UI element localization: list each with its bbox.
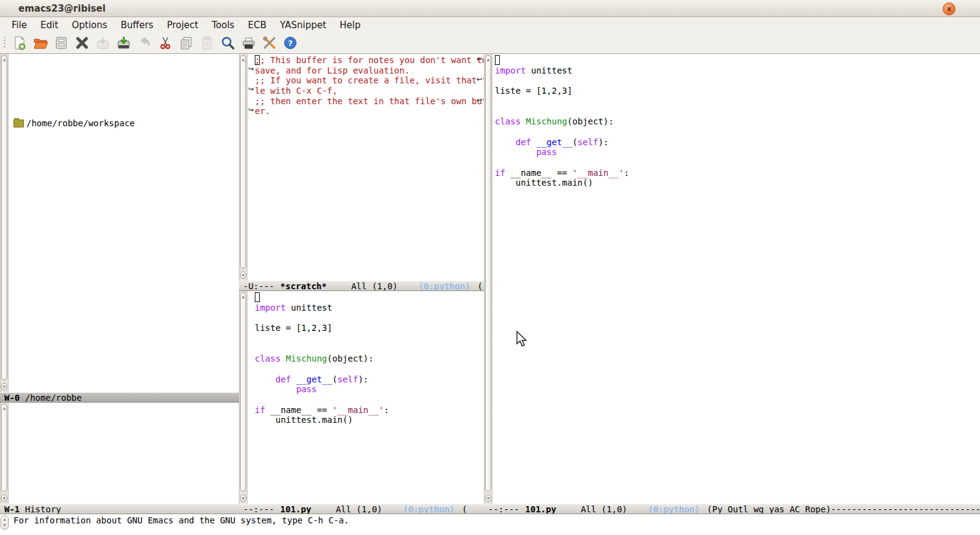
- open-folder-icon: [33, 36, 48, 50]
- scratch-text: ;; This buffer is for notes you don't wa…: [255, 55, 484, 116]
- save-archive-icon: [54, 36, 69, 50]
- undo-button: [134, 34, 155, 52]
- copy-button[interactable]: [176, 34, 197, 52]
- tree-item-label: /home/robbe/workspace: [26, 118, 135, 128]
- toolbar-grip[interactable]: [4, 37, 6, 49]
- toolbar: ?: [0, 32, 980, 54]
- svg-text:?: ?: [288, 39, 293, 48]
- python-code-right: import unittest liste = [1,2,3] class Mi…: [495, 55, 629, 188]
- menu-buffers[interactable]: Buffers: [114, 18, 160, 32]
- wrap-left-icon: ↪: [248, 86, 254, 93]
- folder-icon: [13, 120, 24, 127]
- emacs-window: emacs23@ribisel x File Edit Options Buff…: [0, 0, 980, 535]
- save-button[interactable]: [51, 34, 72, 52]
- w0-modeline[interactable]: W-0 /home/robbe: [0, 392, 239, 403]
- menu-options[interactable]: Options: [65, 18, 114, 32]
- directories-scrollbar[interactable]: ▲▼: [0, 54, 9, 392]
- scratch-window[interactable]: ▲▼ ;; This buffer is for notes you don't…: [239, 54, 484, 281]
- minibuffer-scrollbar[interactable]: ▲▼: [1, 515, 9, 529]
- scratch-scrollbar[interactable]: ▲▼: [239, 54, 247, 281]
- cut-button[interactable]: [155, 34, 176, 52]
- menubar: File Edit Options Buffers Project Tools …: [0, 17, 980, 32]
- preferences-tools-icon: [262, 36, 277, 50]
- save-disabled-button: [92, 34, 113, 52]
- ml-major-mode[interactable]: (0:python): [418, 281, 470, 291]
- wrap-right-icon: ↩: [477, 97, 482, 104]
- w1-prefix: W-1: [4, 504, 20, 514]
- preferences-button[interactable]: [259, 34, 280, 52]
- print-button[interactable]: [238, 34, 259, 52]
- w1-label: History: [25, 504, 61, 514]
- new-file-icon: [12, 36, 27, 50]
- ml-tail: (: [478, 281, 483, 291]
- mouse-pointer: [516, 331, 528, 348]
- echo-area[interactable]: ▲▼ For information about GNU Emacs and t…: [0, 514, 980, 535]
- ml-major-mode[interactable]: (0:python): [403, 504, 454, 514]
- w0-prefix: W-0: [4, 393, 20, 403]
- w0-label: /home/robbe: [25, 393, 82, 403]
- wrap-left-icon: ↪: [248, 107, 254, 113]
- ml-buffer-name[interactable]: 101.py: [281, 504, 312, 514]
- close-x-icon: [75, 36, 89, 50]
- undo-icon: [137, 36, 152, 50]
- window-title: emacs23@ribisel: [18, 3, 105, 14]
- menu-edit[interactable]: Edit: [34, 18, 65, 32]
- ml-buffer-name[interactable]: *scratch*: [281, 281, 327, 291]
- ml-dashes: --------------------------------------: [831, 504, 980, 514]
- paste-button: [197, 34, 217, 52]
- python-window-mid[interactable]: ▲▼ import unittest liste = [1,2,3] class…: [239, 291, 484, 504]
- history-scrollbar[interactable]: ▲▼: [0, 403, 9, 504]
- menu-project[interactable]: Project: [160, 18, 205, 32]
- python-mid-scrollbar[interactable]: ▲▼: [239, 291, 247, 504]
- menu-tools[interactable]: Tools: [205, 18, 241, 32]
- close-window-button[interactable]: x: [943, 2, 956, 15]
- menu-ecb[interactable]: ECB: [241, 18, 273, 32]
- ecb-directories-window[interactable]: ▲▼ /home/robbe/workspace: [0, 54, 239, 392]
- python-right-scrollbar[interactable]: ▲▼: [484, 54, 492, 504]
- wrap-right-icon: ↩: [477, 76, 482, 83]
- help-icon: ?: [283, 36, 298, 50]
- titlebar[interactable]: emacs23@ribisel x: [0, 0, 980, 17]
- python-right-modeline[interactable]: --:--- 101.py All (1,0) (0:python) (Py O…: [484, 504, 980, 514]
- w1-modeline[interactable]: W-1 History: [0, 504, 239, 514]
- close-icon: x: [947, 5, 951, 13]
- close-buffer-button[interactable]: [72, 34, 92, 52]
- cut-scissors-icon: [158, 36, 173, 50]
- python-mid-modeline[interactable]: --:--- 101.py All (1,0) (0:python) (: [239, 504, 484, 514]
- help-button[interactable]: ?: [280, 34, 301, 52]
- wrap-left-icon: ↪: [248, 66, 254, 72]
- wrap-right-icon: ↩: [477, 56, 482, 63]
- echo-message: For information about GNU Emacs and the …: [13, 515, 349, 525]
- save-as-icon: [116, 36, 131, 50]
- new-file-button[interactable]: [9, 34, 30, 52]
- scratch-modeline[interactable]: -U:--- *scratch* All (1,0) (0:python) (: [239, 281, 484, 291]
- ml-major-mode[interactable]: (0:python): [648, 504, 699, 514]
- menu-yasnippet[interactable]: YASnippet: [273, 18, 333, 32]
- ml-minor-modes: (Py Outl wg yas AC Rope): [707, 504, 831, 514]
- ecb-history-window[interactable]: ▲▼: [0, 403, 239, 504]
- ml-buffer-name[interactable]: 101.py: [526, 504, 557, 514]
- search-icon: [221, 36, 235, 50]
- python-code-mid: import unittest liste = [1,2,3] class Mi…: [255, 292, 389, 425]
- ml-coding: --:---: [243, 504, 274, 514]
- copy-icon: [179, 36, 194, 50]
- paste-clipboard-icon: [200, 36, 214, 50]
- save-as-button[interactable]: [113, 34, 134, 52]
- search-button[interactable]: [217, 34, 238, 52]
- ml-position: All (1,0): [351, 281, 398, 291]
- menu-help[interactable]: Help: [333, 18, 368, 32]
- tree-item-workspace[interactable]: /home/robbe/workspace: [13, 118, 135, 128]
- save-disabled-icon: [96, 36, 110, 50]
- ml-coding: --:---: [488, 504, 519, 514]
- ml-coding: -U:---: [243, 281, 274, 291]
- menu-file[interactable]: File: [5, 18, 34, 32]
- ml-position: All (1,0): [581, 504, 627, 514]
- ml-tail: (: [462, 504, 467, 514]
- python-window-right[interactable]: ▲▼ import unittest liste = [1,2,3] class…: [484, 54, 980, 504]
- print-icon: [241, 36, 256, 50]
- ml-position: All (1,0): [336, 504, 382, 514]
- open-file-button[interactable]: [30, 34, 51, 52]
